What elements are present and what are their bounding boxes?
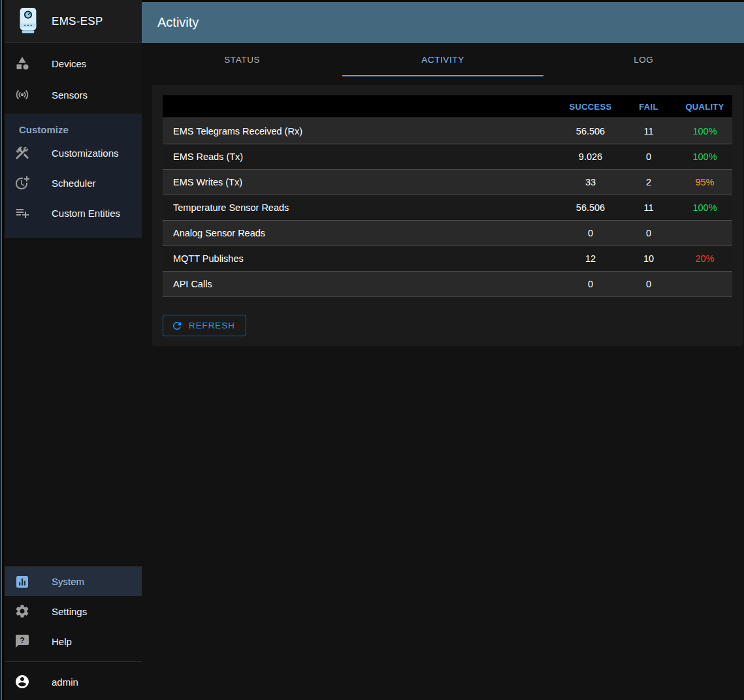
- screen: EMS-ESP Devices Sensors Customize: [0, 0, 744, 700]
- row-label: EMS Reads (Tx): [163, 151, 561, 162]
- help-bubble-icon: ?: [14, 633, 30, 649]
- sidebar-customize-section: Customize Customizations Scheduler Custo…: [5, 114, 142, 238]
- table-header: SUCCESS FAIL QUALITY: [163, 95, 732, 118]
- sidebar-item-system[interactable]: System: [5, 567, 142, 596]
- row-success-value: 0: [561, 228, 620, 238]
- clock-plus-icon: [14, 175, 30, 191]
- row-quality-value: 20%: [677, 253, 732, 264]
- sidebar-item-customizations[interactable]: Customizations: [5, 138, 142, 168]
- refresh-button[interactable]: REFRESH: [163, 315, 246, 336]
- row-success-value: 56.506: [561, 202, 620, 213]
- sidebar-item-custom-entities[interactable]: Custom Entities: [5, 198, 142, 228]
- row-label: EMS Telegrams Received (Rx): [163, 126, 561, 136]
- tab-bar: STATUS ACTIVITY LOG: [142, 43, 744, 76]
- category-icon: [14, 56, 30, 71]
- account-circle-icon: [14, 674, 30, 690]
- sidebar-item-settings[interactable]: Settings: [5, 596, 142, 626]
- sidebar-item-label: Devices: [52, 58, 86, 69]
- row-fail-value: 0: [620, 151, 677, 162]
- row-quality-value: 95%: [677, 177, 732, 187]
- row-success-value: 9.026: [561, 151, 620, 162]
- page-title: Activity: [157, 15, 199, 30]
- sidebar-item-label: Sensors: [52, 89, 88, 101]
- analytics-icon: [14, 574, 30, 590]
- sidebar-item-devices[interactable]: Devices: [5, 48, 142, 79]
- background-window-sliver: [0, 0, 5, 700]
- app-title: EMS-ESP: [52, 15, 103, 28]
- sidebar: EMS-ESP Devices Sensors Customize: [5, 0, 142, 700]
- table-row: Temperature Sensor Reads 56.506 11 100%: [163, 195, 732, 220]
- table-row: Analog Sensor Reads 0 0: [163, 220, 732, 246]
- sidebar-item-scheduler[interactable]: Scheduler: [5, 168, 142, 198]
- svg-text:?: ?: [20, 636, 24, 645]
- row-label: EMS Writes (Tx): [163, 177, 561, 187]
- sidebar-item-help[interactable]: ? Help: [5, 626, 142, 656]
- main-area: Activity STATUS ACTIVITY LOG SUCCESS FAI…: [142, 0, 744, 700]
- appbar: Activity: [142, 0, 744, 43]
- gear-icon: [14, 603, 30, 619]
- row-success-value: 33: [561, 177, 620, 187]
- table-row: EMS Telegrams Received (Rx) 56.506 11 10…: [163, 118, 732, 144]
- table-row: MQTT Publishes 12 10 20%: [163, 246, 732, 271]
- playlist-add-icon: [14, 205, 30, 221]
- column-header-fail: FAIL: [620, 102, 677, 112]
- tab-activity[interactable]: ACTIVITY: [342, 43, 543, 76]
- row-label: MQTT Publishes: [163, 253, 561, 264]
- row-fail-value: 0: [620, 228, 677, 238]
- table-row: EMS Writes (Tx) 33 2 95%: [163, 169, 732, 195]
- row-label: Temperature Sensor Reads: [163, 202, 561, 213]
- sidebar-item-label: Settings: [52, 606, 87, 617]
- row-fail-value: 11: [620, 202, 677, 213]
- row-fail-value: 11: [620, 126, 677, 136]
- content-area: SUCCESS FAIL QUALITY EMS Telegrams Recei…: [142, 76, 744, 700]
- sidebar-item-label: Scheduler: [52, 178, 96, 189]
- table-row: EMS Reads (Tx) 9.026 0 100%: [163, 144, 732, 169]
- sidebar-item-label: System: [52, 576, 84, 587]
- construction-icon: [14, 145, 30, 161]
- sidebar-item-label: Help: [52, 636, 72, 647]
- column-header-quality: QUALITY: [677, 102, 732, 112]
- activity-panel: SUCCESS FAIL QUALITY EMS Telegrams Recei…: [152, 85, 743, 346]
- row-fail-value: 0: [620, 279, 677, 289]
- sidebar-item-label: Custom Entities: [52, 208, 120, 219]
- row-quality-value: 100%: [677, 202, 732, 213]
- sidebar-bottom-nav: System Settings ? Help: [5, 566, 142, 661]
- customize-section-label: Customize: [5, 122, 142, 138]
- sidebar-item-sensors[interactable]: Sensors: [5, 79, 142, 110]
- row-fail-value: 10: [620, 253, 677, 264]
- sidebar-item-label: admin: [52, 676, 78, 688]
- row-label: API Calls: [163, 279, 561, 289]
- refresh-icon: [171, 320, 183, 332]
- refresh-button-label: REFRESH: [189, 321, 235, 330]
- table-row: API Calls 0 0: [163, 271, 732, 296]
- activity-table: SUCCESS FAIL QUALITY EMS Telegrams Recei…: [163, 95, 732, 297]
- table-body: EMS Telegrams Received (Rx) 56.506 11 10…: [163, 118, 732, 297]
- row-quality-value: 100%: [677, 151, 732, 162]
- background-window-edge: [1, 0, 2, 700]
- app-logo-header: EMS-ESP: [5, 0, 142, 43]
- row-quality-value: 100%: [677, 126, 732, 136]
- sidebar-item-admin[interactable]: admin: [5, 667, 142, 697]
- tab-status[interactable]: STATUS: [142, 43, 342, 76]
- row-success-value: 56.506: [561, 126, 620, 136]
- sidebar-spacer: [5, 238, 142, 566]
- sidebar-user-section: admin: [5, 661, 142, 700]
- row-label: Analog Sensor Reads: [163, 228, 561, 238]
- sensors-icon: [14, 87, 30, 103]
- tab-log[interactable]: LOG: [543, 43, 744, 76]
- sidebar-main-nav: Devices Sensors: [5, 43, 142, 114]
- boiler-logo-icon: [16, 7, 40, 37]
- row-success-value: 12: [561, 253, 620, 264]
- row-success-value: 0: [561, 279, 620, 289]
- column-header-success: SUCCESS: [561, 102, 620, 112]
- row-fail-value: 2: [620, 177, 677, 187]
- sidebar-item-label: Customizations: [52, 148, 119, 159]
